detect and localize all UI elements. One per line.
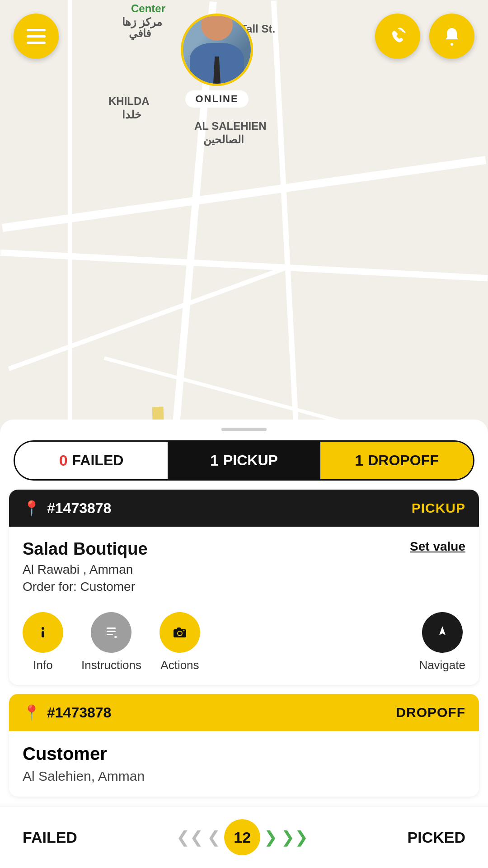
- svg-point-1: [450, 43, 453, 46]
- dropoff-count: 1: [355, 452, 363, 469]
- info-action[interactable]: Info: [23, 612, 63, 672]
- location-pin-icon: 📍: [23, 500, 41, 517]
- tab-pickup[interactable]: 1 PICKUP: [168, 442, 320, 479]
- dropoff-order-id: #1473878: [47, 704, 111, 721]
- action-buttons: Info: [23, 608, 465, 672]
- navigate-circle: [422, 612, 463, 653]
- bottom-navigation: FAILED ❮❮ ❮ 12 ❯ ❯❯ PICKED: [0, 806, 488, 868]
- next-arrow[interactable]: ❯: [264, 828, 277, 847]
- dropoff-location: Al Salehien, Amman: [23, 769, 465, 784]
- pickup-card: 📍 #1473878 PICKUP Salad Boutique Al Rawa…: [9, 490, 479, 685]
- dropoff-label: DROPOFF: [368, 452, 438, 469]
- driver-profile: ONLINE: [181, 14, 253, 108]
- notification-button[interactable]: [429, 14, 474, 59]
- svg-rect-6: [107, 627, 116, 629]
- svg-point-12: [178, 632, 182, 635]
- failed-label: FAILED: [72, 452, 124, 469]
- svg-rect-7: [107, 631, 116, 632]
- actions-label: Actions: [160, 658, 199, 672]
- pickup-count: 1: [210, 452, 219, 469]
- map-label: الصالحين: [203, 133, 244, 146]
- prev-arrow[interactable]: ❮: [207, 828, 221, 847]
- status-tabs: 0 FAILED 1 PICKUP 1 DROPOFF: [14, 440, 474, 481]
- failed-button[interactable]: FAILED: [23, 829, 77, 846]
- dropoff-type-label: DROPOFF: [396, 705, 465, 720]
- pickup-order-id: #1473878: [47, 500, 111, 517]
- top-overlay: ONLINE: [0, 0, 488, 108]
- store-name: Salad Boutique: [23, 539, 148, 559]
- pickup-type-label: PICKUP: [412, 500, 465, 516]
- drag-handle-area[interactable]: [0, 420, 488, 431]
- bottom-panel: 0 FAILED 1 PICKUP 1 DROPOFF 📍 #1473878 P…: [0, 420, 488, 868]
- menu-button[interactable]: [14, 14, 59, 59]
- instructions-action[interactable]: Instructions: [81, 612, 141, 672]
- pickup-card-body: Salad Boutique Al Rawabi , Amman Order f…: [9, 527, 479, 685]
- navigate-action[interactable]: Navigate: [419, 612, 465, 672]
- order-for: Order for: Customer: [23, 580, 148, 594]
- map-label: خلدا: [122, 108, 141, 121]
- page-number: 12: [224, 819, 260, 855]
- set-value-button[interactable]: Set value: [410, 539, 465, 554]
- actions-action[interactable]: Actions: [160, 612, 200, 672]
- instructions-label: Instructions: [81, 658, 141, 672]
- dropoff-location-pin-icon: 📍: [23, 704, 41, 721]
- pagination-arrows: ❮❮ ❮ 12 ❯ ❯❯: [176, 819, 308, 855]
- last-arrow[interactable]: ❯❯: [281, 828, 308, 847]
- svg-rect-8: [107, 634, 113, 635]
- dropoff-card-header: 📍 #1473878 DROPOFF: [9, 694, 479, 731]
- store-location: Al Rawabi , Amman: [23, 562, 148, 577]
- map-label: AL SALEHIEN: [194, 120, 267, 132]
- pickup-card-header: 📍 #1473878 PICKUP: [9, 490, 479, 527]
- info-circle: [23, 612, 63, 653]
- avatar: [181, 14, 253, 86]
- svg-rect-4: [42, 631, 44, 637]
- svg-point-5: [102, 623, 120, 642]
- top-right-buttons: [375, 14, 474, 59]
- svg-point-0: [388, 26, 408, 46]
- first-arrow[interactable]: ❮❮: [176, 828, 203, 847]
- pickup-label: PICKUP: [223, 452, 278, 469]
- tab-failed[interactable]: 0 FAILED: [15, 442, 168, 479]
- tab-dropoff[interactable]: 1 DROPOFF: [320, 442, 473, 479]
- instructions-circle: [91, 612, 131, 653]
- call-button[interactable]: [375, 14, 420, 59]
- info-label: Info: [33, 658, 52, 672]
- actions-circle: [160, 612, 200, 653]
- svg-point-14: [183, 630, 184, 632]
- dropoff-customer-name: Customer: [23, 744, 465, 764]
- picked-button[interactable]: PICKED: [408, 829, 465, 846]
- failed-count: 0: [59, 452, 68, 469]
- dropoff-card: 📍 #1473878 DROPOFF Customer Al Salehien,…: [9, 694, 479, 797]
- hamburger-icon: [27, 29, 46, 44]
- action-group: Info: [23, 612, 200, 672]
- svg-point-3: [42, 627, 44, 630]
- drag-handle: [221, 428, 267, 431]
- online-status: ONLINE: [185, 90, 248, 108]
- svg-rect-13: [177, 627, 181, 630]
- dropoff-card-body: Customer Al Salehien, Amman: [9, 731, 479, 797]
- navigate-label: Navigate: [419, 658, 465, 672]
